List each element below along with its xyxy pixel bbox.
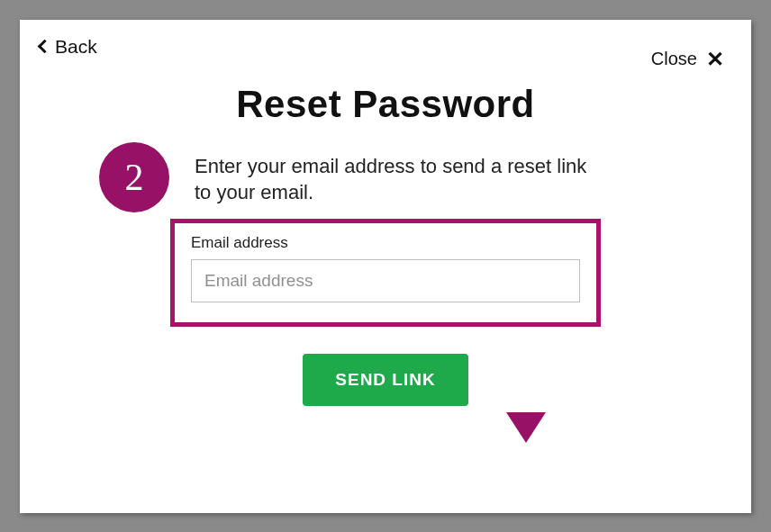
send-link-button[interactable]: SEND LINK [303,354,467,406]
instructions-text: Enter your email address to send a reset… [178,153,593,206]
close-icon: ✕ [706,49,724,70]
step-badge: 2 [99,142,169,212]
reset-password-modal: Back Close ✕ Reset Password Enter your e… [20,20,751,513]
pointer-triangle-icon [506,412,546,443]
back-label: Back [55,36,97,58]
back-button[interactable]: Back [40,36,97,58]
close-button[interactable]: Close ✕ [651,49,724,70]
email-label: Email address [191,234,580,252]
close-label: Close [651,49,697,69]
chevron-left-icon [38,40,52,54]
page-title: Reset Password [20,83,751,126]
step-number: 2 [125,156,144,199]
email-field-highlight: Email address [170,219,601,327]
email-input[interactable] [191,259,580,302]
